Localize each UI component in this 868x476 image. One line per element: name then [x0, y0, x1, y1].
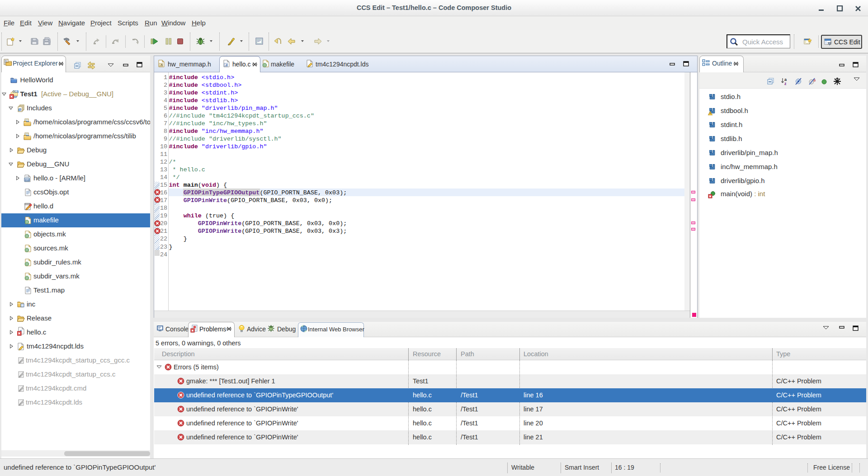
svg-text:z: z [784, 81, 787, 85]
svg-text:h: h [19, 108, 21, 112]
svg-text:CCS: CCS [13, 90, 19, 93]
svg-text:.c: .c [225, 63, 228, 66]
svg-text:.h: .h [160, 63, 163, 66]
svg-text:010: 010 [25, 179, 30, 181]
